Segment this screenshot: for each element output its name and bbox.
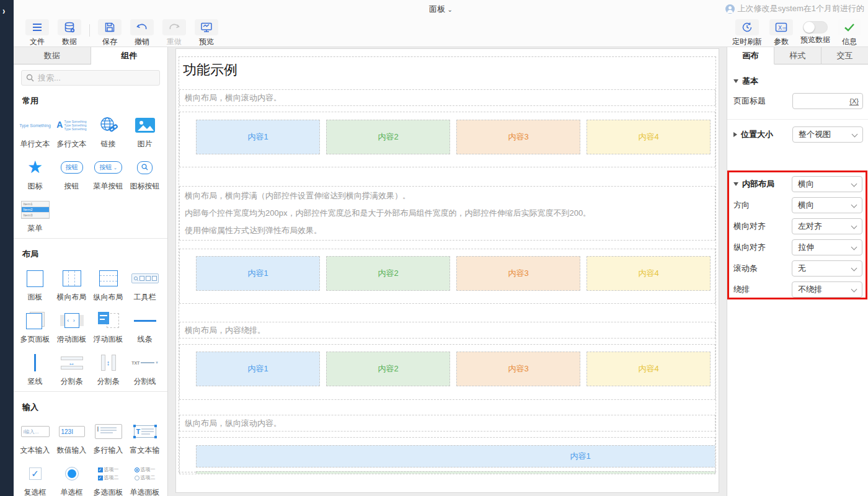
position-size-header[interactable]: 位置大小 (733, 129, 773, 140)
palette-item-vertical-line[interactable]: 竖线 (17, 349, 53, 386)
content-box-1[interactable]: 内容1 (196, 352, 320, 386)
palette-item-text-input[interactable]: I输入... 文本输入 (17, 418, 53, 455)
info-button[interactable]: 信息 (833, 19, 866, 47)
desc-block-1[interactable]: 横向布局，横向滚动内容。 (179, 89, 715, 106)
wrap-row: 绕排 不绕排 (733, 281, 862, 298)
divider-line-icon: TXT▾ (131, 360, 158, 365)
palette-item-image[interactable]: 图片 (126, 112, 163, 149)
content-box-3[interactable]: 内容3 (456, 256, 580, 291)
palette-item-multiline-input[interactable]: I 多行输入 (90, 418, 126, 455)
palette-item-button[interactable]: 按钮 按钮 (53, 154, 90, 191)
content-box-2-wide[interactable] (196, 471, 715, 474)
palette-item-splitter-vertical[interactable]: ↕ 分割条 (90, 349, 126, 386)
palette-item-link[interactable]: 链接 (90, 112, 126, 149)
page-title-input[interactable]: {X} (792, 93, 863, 109)
redo-button[interactable]: 重做 (158, 19, 190, 47)
content-box-1[interactable]: 内容1 (196, 120, 320, 154)
timed-refresh-button[interactable]: 定时刷新 (729, 19, 765, 47)
vscroll-container[interactable]: 内容1 (179, 437, 715, 474)
section-input: 输入 (22, 402, 167, 413)
svg-text:X=: X= (778, 25, 787, 31)
parameters-button[interactable]: X= 参数 (765, 19, 797, 47)
toggle-off-icon[interactable] (803, 21, 828, 33)
app-root: › 面板 ⌄ 上次修改是system在1个月前进行的 文件 数据 保存 (0, 0, 868, 496)
undo-button[interactable]: 撤销 (126, 19, 158, 47)
wrap-select[interactable]: 不绕排 (792, 281, 862, 298)
content-box-2[interactable]: 内容2 (326, 120, 450, 154)
triangle-down-icon (733, 79, 738, 83)
content-box-4[interactable]: 内容4 (587, 256, 711, 291)
chevron-down-icon (851, 223, 857, 229)
palette-item-vertical-layout[interactable]: 纵向布局 (90, 265, 126, 302)
content-box-3[interactable]: 内容3 (456, 352, 580, 386)
palette-item-checkbox-panel[interactable]: ✓选项一 ✓选项二 多选面板 (90, 460, 126, 496)
chevron-down-icon (851, 202, 857, 208)
inner-layout-select[interactable]: 横向 (792, 176, 862, 192)
horizontal-align-select[interactable]: 左对齐 (792, 218, 862, 234)
content-box-2[interactable]: 内容2 (326, 352, 450, 386)
search-icon (26, 74, 34, 82)
palette-item-icon-button[interactable]: 图标按钮 (126, 154, 163, 191)
hfill-container[interactable]: 内容1 内容2 内容3 内容4 (179, 249, 715, 304)
palette-item-menu-button[interactable]: 按钮 ⌄ 菜单按钮 (90, 154, 126, 191)
content-box-2[interactable]: 内容2 (326, 256, 450, 291)
content-box-1-wide[interactable]: 内容1 (196, 445, 715, 467)
direction-select[interactable]: 横向 (792, 197, 862, 213)
tab-canvas[interactable]: 画布 (727, 47, 774, 64)
content-box-1[interactable]: 内容1 (196, 256, 320, 291)
palette-item-toolbar[interactable]: 工具栏 (126, 265, 163, 302)
vertical-align-select[interactable]: 拉伸 (792, 239, 862, 255)
canvas-title[interactable]: 功能示例 (183, 61, 237, 79)
tab-data[interactable]: 数据 (14, 47, 91, 64)
tab-style[interactable]: 样式 (774, 47, 822, 64)
desc-block-4[interactable]: 纵向布局，纵向滚动内容。 (179, 415, 715, 432)
section-divider (14, 391, 167, 392)
palette-item-icon[interactable]: ★ 图标 (17, 154, 53, 191)
palette-item-horizontal-layout[interactable]: 横向布局 (53, 265, 90, 302)
palette-item-splitter-horizontal[interactable]: ↔ 分割条 (53, 349, 90, 386)
tab-components[interactable]: 组件 (91, 47, 168, 64)
desc-block-3[interactable]: 横向布局，内容绕排。 (179, 322, 715, 339)
palette-item-radio-panel[interactable]: 选项一 选项二 单选面板 (126, 460, 163, 496)
palette-item-radio[interactable]: 单选框 (53, 460, 90, 496)
palette-item-rich-text-input[interactable]: T 富文本输 (126, 418, 163, 455)
data-button[interactable]: 数据 (53, 19, 86, 47)
inner-layout-header[interactable]: 内部布局 (733, 179, 774, 190)
palette-item-multipage-panel[interactable]: 多页面板 (17, 307, 53, 344)
expand-chevron-icon[interactable]: › (2, 5, 5, 17)
search-input[interactable] (38, 73, 143, 82)
palette-item-menu[interactable]: Item1 Item2 Item3 菜单 (17, 196, 53, 233)
chevron-down-icon (851, 181, 857, 187)
hwrap-container[interactable]: 内容1 内容2 内容3 内容4 (179, 344, 715, 400)
palette-item-number-input[interactable]: 123I 数值输入 (53, 418, 90, 455)
palette-item-panel[interactable]: 面板 (17, 265, 53, 302)
multiline-input-icon: I (95, 424, 122, 439)
palette-item-divider-line[interactable]: TXT▾ 分割线 (126, 349, 163, 386)
hscroll-container[interactable]: 内容1 内容2 内容3 内容4 (179, 112, 715, 167)
content-box-3[interactable]: 内容3 (456, 120, 580, 154)
search-box[interactable] (21, 70, 160, 86)
horizontal-align-row: 横向对齐 左对齐 (733, 218, 862, 234)
position-size-select[interactable]: 整个视图 (792, 126, 863, 143)
basic-section-header[interactable]: 基本 (733, 76, 758, 87)
tab-interaction[interactable]: 交互 (822, 47, 868, 64)
splitter-vertical-icon: ↕ (101, 355, 116, 371)
palette-item-floating-panel[interactable]: 浮动面板 (90, 307, 126, 344)
file-button[interactable]: 文件 (21, 19, 53, 47)
scrollbar-select[interactable]: 无 (792, 260, 862, 277)
desc-block-2[interactable]: 横向布局，横向撑满（内部控件设置伸缩达到横向撑满效果）。 内部每个控件宽度均为2… (179, 186, 715, 241)
variable-icon[interactable]: {X} (849, 97, 859, 105)
canvas-root-layout[interactable]: 功能示例 横向布局，横向滚动内容。 内容1 内容2 内容3 内容4 横向布局，横… (179, 56, 716, 472)
palette-item-single-line-text[interactable]: Type Something 单行文本 (17, 112, 53, 149)
content-box-4[interactable]: 内容4 (587, 352, 711, 386)
preview-button[interactable]: 预览 (190, 19, 223, 47)
toolbar-widget-icon (131, 273, 159, 283)
palette-item-line[interactable]: 线条 (126, 307, 163, 344)
save-button[interactable]: 保存 (94, 19, 126, 47)
palette-item-checkbox[interactable]: ✓ 复选框 (17, 460, 53, 496)
canvas-card[interactable]: 功能示例 横向布局，横向滚动内容。 内容1 内容2 内容3 内容4 横向布局，横… (175, 48, 719, 493)
palette-item-multi-line-text[interactable]: A Type SomethingType SomethingType Somet… (53, 112, 90, 149)
content-box-4[interactable]: 内容4 (587, 120, 711, 154)
palette-item-sliding-panel[interactable]: ‹ › 滑动面板 (53, 307, 90, 344)
preview-data-toggle[interactable]: 预览数据 (797, 19, 833, 45)
